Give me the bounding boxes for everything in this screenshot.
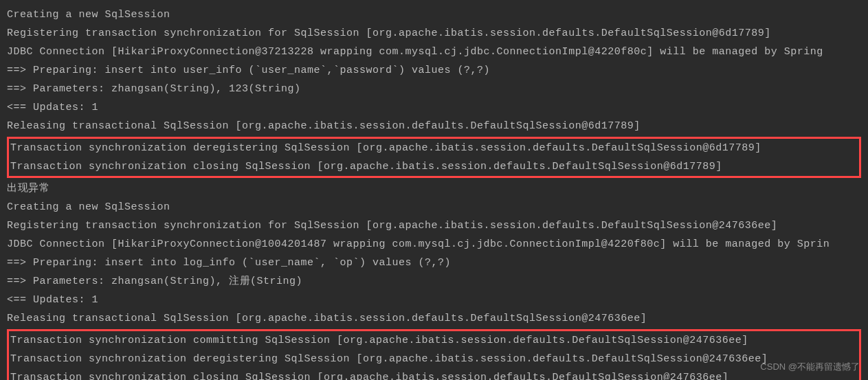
log-line: ==> Parameters: zhangsan(String), 注册(Str… [7,272,861,291]
log-line: <== Updates: 1 [7,98,861,117]
log-line: <== Updates: 1 [7,291,861,309]
highlight-box-1: Transaction synchronization deregisterin… [7,137,861,178]
log-line: Transaction synchronization closing SqlS… [10,157,858,176]
log-line: Releasing transactional SqlSession [org.… [7,117,861,135]
highlight-box-2: Transaction synchronization committing S… [7,329,861,380]
log-line: Registering transaction synchronization … [7,216,861,235]
log-line: Creating a new SqlSession [7,198,861,216]
log-line: Transaction synchronization deregisterin… [10,350,858,368]
log-line: Releasing transactional SqlSession [org.… [7,309,861,328]
log-line-exception: 出现异常 [7,179,861,198]
log-line: Creating a new SqlSession [7,5,861,24]
log-line: ==> Preparing: insert into user_info (`u… [7,61,861,80]
log-line: JDBC Connection [HikariProxyConnection@3… [7,43,861,61]
log-line: Registering transaction synchronization … [7,24,861,43]
log-line: JDBC Connection [HikariProxyConnection@1… [7,235,861,254]
log-line: ==> Parameters: zhangsan(String), 123(St… [7,80,861,98]
log-line: ==> Preparing: insert into log_info (`us… [7,254,861,272]
log-line: Transaction synchronization deregisterin… [10,139,858,157]
log-line: Transaction synchronization committing S… [10,331,858,350]
log-line: Transaction synchronization closing SqlS… [10,368,858,380]
